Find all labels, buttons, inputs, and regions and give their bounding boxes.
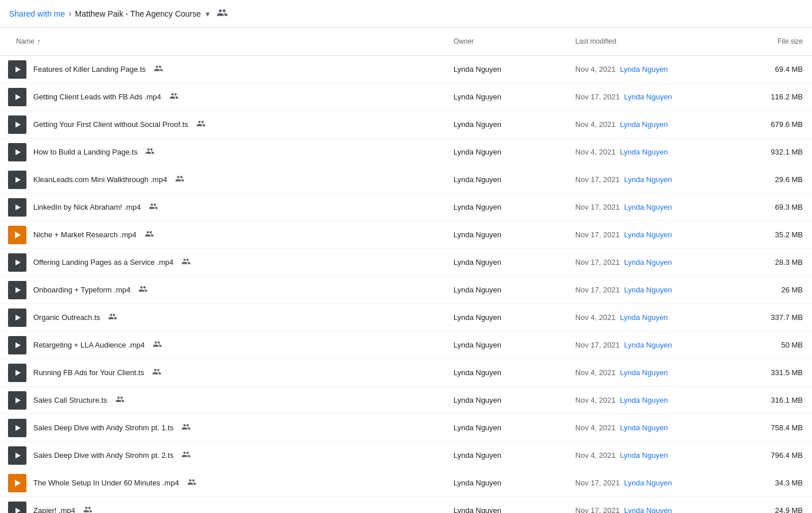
table-row[interactable]: Offering Landing Pages as a Service .mp4… xyxy=(0,249,812,276)
file-name: Getting Client Leads with FB Ads .mp4 xyxy=(33,92,161,101)
modified-by: Lynda Nguyen xyxy=(624,479,672,487)
file-icon-orange xyxy=(8,474,26,492)
modified-date: Nov 17, 2021 xyxy=(575,286,620,294)
file-icon-wrapper xyxy=(7,59,28,80)
size-cell: 24.9 MB xyxy=(731,497,812,514)
size-cell: 28.3 MB xyxy=(731,249,812,276)
owner-cell: Lynda Nguyen xyxy=(447,56,569,83)
owner-cell: Lynda Nguyen xyxy=(447,469,569,497)
file-icon-dark xyxy=(8,171,26,189)
size-cell: 679.6 MB xyxy=(731,111,812,138)
file-icon-wrapper xyxy=(7,225,28,245)
modified-cell: Nov 17, 2021 Lynda Nguyen xyxy=(569,497,731,514)
modified-by: Lynda Nguyen xyxy=(620,396,668,404)
size-cell: 50 MB xyxy=(731,331,812,359)
modified-cell: Nov 17, 2021 Lynda Nguyen xyxy=(569,469,731,497)
modified-date: Nov 17, 2021 xyxy=(575,479,620,487)
owner-cell: Lynda Nguyen xyxy=(447,442,569,469)
shared-icon xyxy=(187,477,196,488)
table-row[interactable]: Retargeting + LLA Audience .mp4 Lynda Ng… xyxy=(0,331,812,359)
file-icon-wrapper xyxy=(7,87,28,107)
table-row[interactable]: KleanLeads.com Mini Walkthrough .mp4 Lyn… xyxy=(0,166,812,194)
file-name: Offering Landing Pages as a Service .mp4 xyxy=(33,258,173,267)
modified-by: Lynda Nguyen xyxy=(624,506,672,513)
size-cell: 316.1 MB xyxy=(731,387,812,414)
owner-cell: Lynda Nguyen xyxy=(447,331,569,359)
shared-icon xyxy=(83,505,92,513)
size-cell: 796.4 MB xyxy=(731,442,812,469)
table-row[interactable]: Sales Deep Dive with Andy Strohm pt. 2.t… xyxy=(0,442,812,469)
shared-icon xyxy=(154,64,163,75)
modified-cell: Nov 4, 2021 Lynda Nguyen xyxy=(569,359,731,387)
table-row[interactable]: Running FB Ads for Your Client.ts Lynda … xyxy=(0,359,812,387)
file-name-cell: Features of Killer Landing Page.ts xyxy=(0,57,447,82)
shared-icon xyxy=(175,174,184,185)
table-row[interactable]: Features of Killer Landing Page.ts Lynda… xyxy=(0,56,812,83)
table-row[interactable]: Getting Client Leads with FB Ads .mp4 Ly… xyxy=(0,83,812,111)
size-cell: 29.6 MB xyxy=(731,166,812,194)
modified-date: Nov 4, 2021 xyxy=(575,451,616,460)
modified-cell: Nov 4, 2021 Lynda Nguyen xyxy=(569,138,731,166)
owner-cell: Lynda Nguyen xyxy=(447,194,569,221)
size-cell: 758.4 MB xyxy=(731,414,812,442)
file-icon-dark xyxy=(8,198,26,217)
table-row[interactable]: How to Build a Landing Page.ts Lynda Ngu… xyxy=(0,138,812,166)
table-row[interactable]: Getting Your First Client without Social… xyxy=(0,111,812,138)
file-icon-wrapper xyxy=(7,335,28,356)
table-row[interactable]: Onboarding + Typeform .mp4 Lynda Nguyen … xyxy=(0,276,812,304)
file-icon-dark xyxy=(8,502,26,514)
breadcrumb-current-folder: Matthew Paik - The Agency Course xyxy=(75,9,201,18)
file-icon-dark xyxy=(8,446,26,465)
file-name: Niche + Market Research .mp4 xyxy=(33,230,137,239)
modified-date: Nov 4, 2021 xyxy=(575,423,616,432)
file-name-cell: How to Build a Landing Page.ts xyxy=(0,140,447,165)
size-cell: 932.1 MB xyxy=(731,138,812,166)
file-icon-wrapper xyxy=(7,114,28,135)
file-icon-dark xyxy=(8,391,26,410)
file-name-cell: Zapier! .mp4 xyxy=(0,498,447,514)
file-name-cell: Sales Deep Dive with Andy Strohm pt. 1.t… xyxy=(0,415,447,441)
modified-column-header[interactable]: Last modified xyxy=(569,28,731,56)
table-row[interactable]: Zapier! .mp4 Lynda Nguyen Nov 17, 2021 L… xyxy=(0,497,812,514)
file-name-cell: Running FB Ads for Your Client.ts xyxy=(0,360,447,385)
modified-cell: Nov 17, 2021 Lynda Nguyen xyxy=(569,194,731,221)
file-name-cell: Sales Deep Dive with Andy Strohm pt. 2.t… xyxy=(0,443,447,468)
file-icon-wrapper xyxy=(7,307,28,328)
breadcrumb-dropdown-icon[interactable]: ▾ xyxy=(206,9,210,18)
name-column-header[interactable]: Name ↑ xyxy=(7,32,440,51)
modified-by: Lynda Nguyen xyxy=(624,175,672,184)
modified-by: Lynda Nguyen xyxy=(620,451,668,460)
shared-icon xyxy=(115,395,125,406)
owner-column-header[interactable]: Owner xyxy=(447,28,569,56)
modified-date: Nov 17, 2021 xyxy=(575,506,620,513)
file-icon-dark xyxy=(8,364,26,382)
table-row[interactable]: The Whole Setup In Under 60 Minutes .mp4… xyxy=(0,469,812,497)
file-name: Onboarding + Typeform .mp4 xyxy=(33,286,130,294)
modified-by: Lynda Nguyen xyxy=(620,313,668,322)
shared-icon xyxy=(145,146,154,157)
file-name-cell: Retargeting + LLA Audience .mp4 xyxy=(0,333,447,358)
file-icon-wrapper xyxy=(7,473,28,493)
table-row[interactable]: LinkedIn by Nick Abraham! .mp4 Lynda Ngu… xyxy=(0,194,812,221)
file-name-cell: LinkedIn by Nick Abraham! .mp4 xyxy=(0,195,447,220)
modified-by: Lynda Nguyen xyxy=(624,203,672,211)
table-row[interactable]: Organic Outreach.ts Lynda Nguyen Nov 4, … xyxy=(0,304,812,331)
modified-cell: Nov 4, 2021 Lynda Nguyen xyxy=(569,304,731,331)
breadcrumb-shared-link[interactable]: Shared with me xyxy=(9,9,65,18)
size-column-header[interactable]: File size xyxy=(731,28,812,56)
file-icon-dark xyxy=(8,143,26,161)
file-name-cell: KleanLeads.com Mini Walkthrough .mp4 xyxy=(0,167,447,192)
shared-icon xyxy=(149,202,158,213)
file-icon-dark xyxy=(8,281,26,299)
table-row[interactable]: Sales Call Structure.ts Lynda Nguyen Nov… xyxy=(0,387,812,414)
file-table: Name ↑ Owner Last modified File size Fea… xyxy=(0,28,812,513)
table-row[interactable]: Sales Deep Dive with Andy Strohm pt. 1.t… xyxy=(0,414,812,442)
table-row[interactable]: Niche + Market Research .mp4 Lynda Nguye… xyxy=(0,221,812,249)
owner-cell: Lynda Nguyen xyxy=(447,111,569,138)
owner-cell: Lynda Nguyen xyxy=(447,221,569,249)
file-name-cell: Sales Call Structure.ts xyxy=(0,388,447,413)
people-icon[interactable] xyxy=(216,7,228,20)
file-name: Running FB Ads for Your Client.ts xyxy=(33,368,144,377)
modified-date: Nov 17, 2021 xyxy=(575,203,620,211)
file-icon-dark xyxy=(8,308,26,327)
